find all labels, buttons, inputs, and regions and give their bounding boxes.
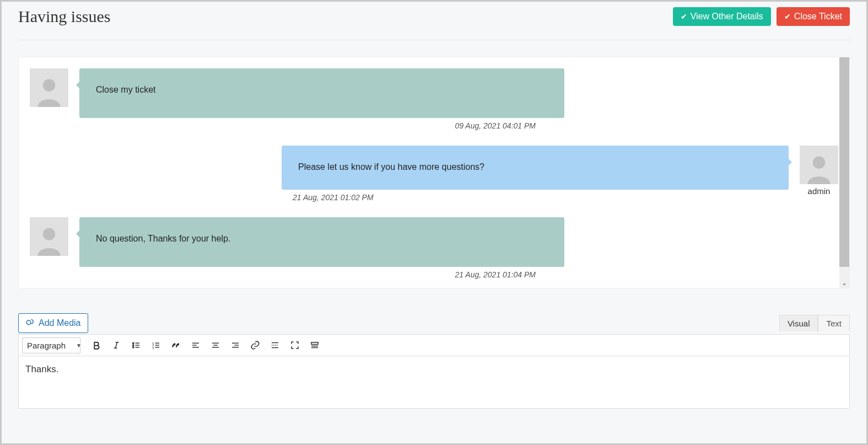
message-row: No question, Thanks for your help. 21 Au…	[30, 217, 838, 288]
svg-line-6	[116, 342, 117, 349]
scrollbar-thumb[interactable]	[839, 57, 849, 267]
tab-text[interactable]: Text	[818, 315, 850, 331]
editor-toolbar: Paragraph 123	[18, 334, 850, 356]
close-ticket-button[interactable]: Close Ticket	[777, 7, 850, 26]
avatar	[30, 217, 68, 256]
align-center-icon[interactable]	[206, 337, 225, 353]
message-timestamp: 21 Aug, 2021 01:02 PM	[293, 193, 800, 202]
message-bubble: Please let us know if you have more ques…	[282, 146, 789, 190]
svg-point-3	[26, 320, 31, 325]
italic-icon[interactable]	[107, 337, 126, 353]
message-text: Close my ticket	[96, 85, 155, 94]
avatar	[800, 146, 838, 184]
message-text: Please let us know if you have more ques…	[298, 162, 484, 171]
scroll-down-icon[interactable]: ⌄	[839, 278, 849, 288]
align-left-icon[interactable]	[186, 337, 205, 353]
close-ticket-label: Close Ticket	[794, 12, 842, 22]
message-timestamp: 21 Aug, 2021 01:04 PM	[68, 270, 553, 279]
add-media-label: Add Media	[39, 318, 81, 328]
svg-point-9	[133, 347, 134, 348]
message-timestamp: 09 Aug, 2021 04:01 PM	[68, 121, 553, 130]
svg-point-8	[133, 345, 134, 346]
view-details-label: View Other Details	[691, 12, 763, 22]
message-author: admin	[808, 186, 831, 196]
check-icon	[784, 12, 791, 22]
svg-text:3: 3	[152, 346, 154, 350]
message-row: Close my ticket 09 Aug, 2021 04:01 PM	[30, 68, 838, 140]
fullscreen-icon[interactable]	[285, 337, 304, 353]
view-other-details-button[interactable]: View Other Details	[673, 7, 771, 26]
divider	[18, 40, 850, 40]
insert-readmore-icon[interactable]	[266, 337, 284, 353]
editor-tabs: Visual Text	[779, 315, 850, 331]
numbered-list-icon[interactable]: 123	[147, 337, 165, 353]
check-icon	[681, 12, 687, 22]
add-media-button[interactable]: Add Media	[18, 313, 88, 333]
message-bubble: Close my ticket	[79, 68, 564, 118]
tab-visual[interactable]: Visual	[779, 315, 818, 331]
bullet-list-icon[interactable]	[127, 337, 145, 353]
header-buttons: View Other Details Close Ticket	[673, 7, 850, 26]
editor-section: Add Media Visual Text Paragraph 123	[18, 313, 850, 409]
editor-content[interactable]: Thanks.	[18, 356, 850, 409]
align-right-icon[interactable]	[226, 337, 245, 353]
svg-point-2	[43, 228, 56, 240]
page-title: Having issues	[18, 7, 111, 26]
svg-point-7	[133, 342, 134, 344]
message-text: No question, Thanks for your help.	[96, 234, 230, 243]
link-icon[interactable]	[246, 337, 265, 353]
message-bubble: No question, Thanks for your help.	[79, 217, 564, 267]
toolbar-toggle-icon[interactable]	[305, 337, 324, 353]
scrollbar[interactable]: ⌄	[839, 57, 849, 288]
svg-point-0	[43, 79, 56, 92]
format-select[interactable]: Paragraph	[22, 337, 80, 353]
svg-point-1	[813, 156, 826, 169]
bold-icon[interactable]	[87, 337, 106, 353]
blockquote-icon[interactable]	[166, 337, 185, 353]
avatar	[30, 68, 68, 107]
message-row: Please let us know if you have more ques…	[30, 146, 838, 212]
svg-rect-31	[311, 342, 318, 345]
media-icon	[25, 317, 35, 329]
chat-panel: Close my ticket 09 Aug, 2021 04:01 PM Pl…	[18, 57, 850, 288]
